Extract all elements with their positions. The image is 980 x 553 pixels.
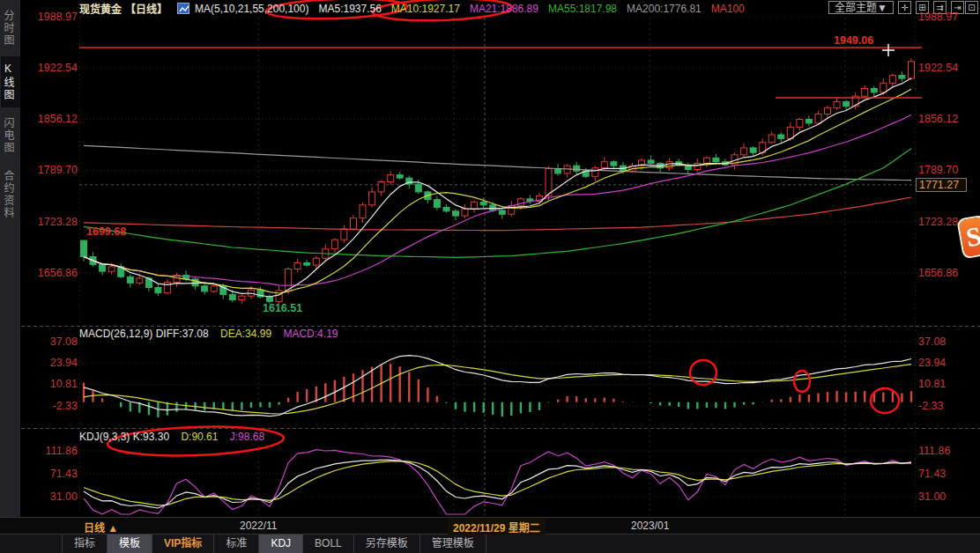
swing-low-label: 1616.51 bbox=[263, 302, 302, 314]
price-axis-label: 1922.54 bbox=[918, 62, 975, 74]
kdj-axis-label: 71.43 bbox=[918, 468, 975, 480]
cursor-price-box: 1771.27 bbox=[916, 178, 967, 192]
macd-macd-value: MACD:4.19 bbox=[283, 328, 338, 340]
kdj-axis-label: 111.86 bbox=[25, 445, 78, 457]
chart-canvas[interactable] bbox=[0, 0, 980, 553]
ma100-value: MA100 bbox=[711, 3, 745, 15]
resistance-price-label: 1949.06 bbox=[834, 34, 873, 47]
macd-axis-label: 10.81 bbox=[918, 378, 975, 390]
start-high-label: 1699.68 bbox=[86, 225, 126, 238]
kdj-axis-label: 71.43 bbox=[25, 468, 78, 480]
sidebar-item-kline[interactable]: K线图 bbox=[1, 56, 20, 107]
period-selector[interactable]: 日线 ▲ bbox=[84, 520, 118, 535]
cursor-date-box: 2022/11/29 星期二 bbox=[448, 519, 546, 535]
price-axis-label: 1723.28 bbox=[25, 216, 78, 228]
macd-axis-label: -2.33 bbox=[918, 400, 975, 412]
macd-axis-label: 23.94 bbox=[25, 357, 78, 369]
bottom-toolbar: 指标 模板 VIP指标 标准 KDJ BOLL 另存模板 管理模板 bbox=[0, 535, 980, 553]
price-axis-label: 1988.97 bbox=[918, 11, 975, 23]
kdj-axis-label: 31.00 bbox=[918, 490, 975, 503]
ma21-value: MA21:1886.89 bbox=[470, 3, 538, 15]
price-axis-label: 1656.86 bbox=[25, 267, 78, 279]
pan-icon[interactable]: ✛ bbox=[898, 1, 911, 14]
sidebar-item-lightning[interactable]: 闪电图 bbox=[1, 111, 20, 160]
chart-header: 现货黄金 【日线】 MA(5,10,21,55,200,100) MA5:193… bbox=[79, 1, 745, 16]
price-axis-label: 1789.70 bbox=[918, 164, 975, 176]
tab-standard[interactable]: 标准 bbox=[214, 535, 259, 553]
ma55-value: MA55:1817.98 bbox=[548, 3, 617, 15]
macd-axis-label: 10.81 bbox=[25, 378, 78, 390]
price-axis-label: 1922.54 bbox=[25, 62, 78, 74]
ma5-value: MA5:1937.56 bbox=[318, 3, 381, 15]
ma200-value: MA200:1776.81 bbox=[627, 3, 702, 15]
price-axis-label: 1656.86 bbox=[918, 267, 975, 279]
kdj-axis-label: 111.86 bbox=[918, 445, 975, 457]
ma10-value: MA10:1927.17 bbox=[391, 3, 460, 15]
sidebar-item-contract-info[interactable]: 合约资料 bbox=[1, 164, 20, 225]
kdj-header: KDJ(9,3,3) K:93.30 D:90.61 J:98.68 bbox=[79, 431, 273, 443]
x-axis-tick: 2022/11 bbox=[240, 520, 278, 532]
chart-type-icon[interactable] bbox=[177, 3, 189, 14]
macd-dea-value: DEA:34.99 bbox=[220, 328, 271, 340]
price-axis-label: 1789.70 bbox=[25, 164, 78, 176]
macd-header: MACD(26,12,9) DIFF:37.08 DEA:34.99 MACD:… bbox=[79, 328, 346, 340]
symbol-title: 现货黄金 bbox=[79, 1, 122, 16]
macd-axis-label: 37.08 bbox=[25, 335, 78, 348]
price-axis-label: 1856.12 bbox=[25, 113, 78, 125]
left-sidebar: 分时图 K线图 闪电图 合约资料 bbox=[0, 0, 21, 517]
all-themes-dropdown[interactable]: 全部主题▼ bbox=[828, 1, 894, 14]
x-axis-tick: 2023/01 bbox=[631, 520, 669, 532]
price-axis-label: 1856.12 bbox=[918, 113, 975, 125]
tab-templates[interactable]: 模板 bbox=[108, 535, 152, 553]
period-title: 【日线】 bbox=[125, 1, 167, 16]
macd-axis-label: 23.94 bbox=[918, 357, 975, 369]
tab-manage-template[interactable]: 管理模板 bbox=[420, 535, 486, 553]
tab-save-template[interactable]: 另存模板 bbox=[354, 535, 420, 553]
date-axis-row: 日线 ▲ 2022/11 2022/11/29 星期二 2023/01 bbox=[0, 517, 980, 535]
tab-indicators[interactable]: 指标 bbox=[62, 535, 108, 553]
kdj-d-value: D:90.61 bbox=[181, 431, 218, 443]
kdj-k-value: KDJ(9,3,3) K:93.30 bbox=[79, 431, 169, 443]
sidebar-item-timeshare[interactable]: 分时图 bbox=[1, 4, 20, 53]
macd-axis-label: 37.08 bbox=[918, 335, 975, 348]
tab-kdj[interactable]: KDJ bbox=[259, 535, 303, 553]
ma-params-label: MA(5,10,21,55,200,100) bbox=[195, 3, 308, 15]
price-axis-label: 1988.97 bbox=[25, 11, 78, 23]
kdj-j-value: J:98.68 bbox=[230, 431, 264, 443]
macd-diff-value: MACD(26,12,9) DIFF:37.08 bbox=[79, 328, 209, 340]
tab-boll[interactable]: BOLL bbox=[303, 535, 354, 553]
macd-axis-label: -2.33 bbox=[25, 400, 78, 412]
trading-app-window: 分时图 K线图 闪电图 合约资料 现货黄金 【日线】 MA(5,10,21,55… bbox=[0, 0, 980, 553]
tab-vip-indicators[interactable]: VIP指标 bbox=[152, 535, 214, 553]
kdj-axis-label: 31.00 bbox=[25, 490, 78, 503]
